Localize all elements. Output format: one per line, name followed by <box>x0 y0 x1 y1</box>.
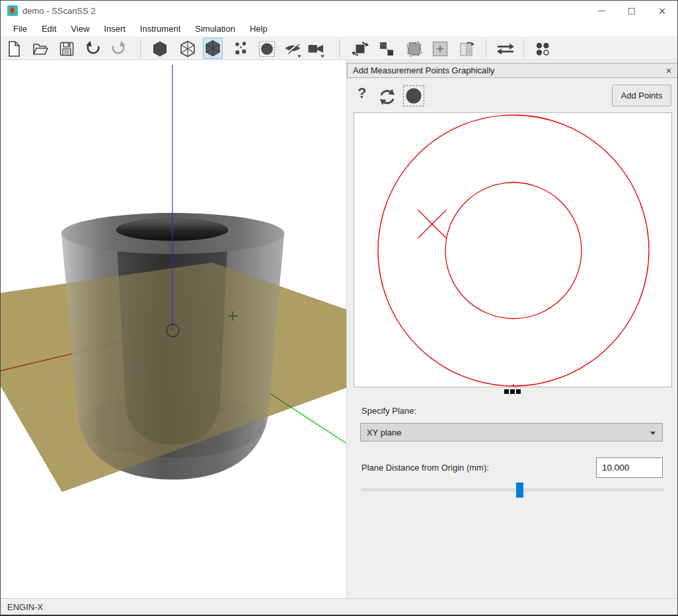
menu-view[interactable]: View <box>63 22 96 36</box>
status-bar: ENGIN-X <box>1 598 677 615</box>
splitter-handle[interactable] <box>347 389 678 395</box>
align-sample-icon[interactable] <box>404 40 424 58</box>
cross-section-view[interactable] <box>354 112 672 387</box>
menu-edit[interactable]: Edit <box>34 22 63 36</box>
plane-select[interactable]: XY plane <box>360 423 663 442</box>
menu-insert[interactable]: Insert <box>96 22 133 36</box>
pivot-sample-icon[interactable] <box>430 40 450 58</box>
plane-distance-input[interactable] <box>596 457 663 478</box>
toolbar-separator <box>486 39 486 58</box>
point-options-icon[interactable] <box>533 40 552 58</box>
menu-bar: File Edit View Insert Instrument Simulat… <box>1 21 677 36</box>
solid-render-icon[interactable] <box>150 40 170 58</box>
menu-instrument[interactable]: Instrument <box>133 22 188 36</box>
cross-section-canvas <box>354 113 671 387</box>
maximize-icon <box>628 8 635 15</box>
translate-sample-icon[interactable] <box>377 40 396 58</box>
maximize-button[interactable] <box>617 1 647 21</box>
measurement-points-icon[interactable] <box>257 40 277 58</box>
toggle-visibility-icon[interactable] <box>283 40 303 58</box>
outer-boundary-circle <box>378 115 649 386</box>
points-render-icon[interactable] <box>231 40 251 58</box>
wireframe-render-icon[interactable] <box>178 40 198 58</box>
toolbar-separator <box>140 39 141 58</box>
menu-simulation[interactable]: Simulation <box>188 22 243 36</box>
help-icon[interactable]: ? <box>358 85 366 102</box>
open-project-icon[interactable] <box>30 40 50 58</box>
rotate-sample-icon[interactable] <box>350 40 370 58</box>
undo-icon[interactable] <box>83 40 103 58</box>
toolbar-separator <box>523 39 524 58</box>
camera-view-icon[interactable] <box>306 40 326 58</box>
inner-boundary-circle <box>445 182 582 319</box>
menu-file[interactable]: File <box>6 22 34 36</box>
panel-title: Add Measurement Points Graphically <box>348 65 660 75</box>
instrument-status: ENGIN-X <box>1 602 43 612</box>
new-document-icon[interactable] <box>4 40 24 58</box>
3d-viewport[interactable] <box>1 60 346 598</box>
panel-tabs: Define Plane Selection Tools Grid Option… <box>347 579 678 596</box>
minimize-button[interactable] <box>586 1 617 21</box>
minimize-icon <box>598 11 605 11</box>
redo-icon[interactable] <box>108 40 128 58</box>
title-bar: demo - SScanSS 2 × <box>1 1 677 21</box>
app-window: demo - SScanSS 2 × File Edit View Insert… <box>0 0 678 616</box>
close-button[interactable]: × <box>647 1 677 21</box>
refresh-icon[interactable] <box>378 88 396 109</box>
plane-select-value: XY plane <box>367 428 402 438</box>
save-project-icon[interactable] <box>57 40 77 58</box>
slider-track[interactable] <box>361 488 663 491</box>
swap-axes-icon[interactable] <box>496 40 515 58</box>
point-selection-icon[interactable] <box>402 85 425 110</box>
shaded-render-icon[interactable] <box>203 38 223 59</box>
plane-distance-label: Plane Distance from Origin (mm): <box>361 463 489 473</box>
app-icon <box>7 5 18 16</box>
menu-help[interactable]: Help <box>243 22 275 36</box>
plane-distance-slider[interactable] <box>361 482 663 498</box>
specify-plane-label: Specify Plane: <box>361 406 416 416</box>
toolbar-separator <box>339 39 340 58</box>
panel-header: Add Measurement Points Graphically × <box>347 63 678 78</box>
measurement-panel: Add Measurement Points Graphically × ? A… <box>346 60 677 598</box>
y-axis-bright <box>291 408 346 443</box>
add-points-button[interactable]: Add Points <box>612 85 671 106</box>
plane-align-icon[interactable] <box>457 40 476 58</box>
window-title: demo - SScanSS 2 <box>22 6 96 16</box>
chevron-down-icon <box>650 432 656 435</box>
slider-handle[interactable] <box>516 482 523 498</box>
panel-close-icon[interactable]: × <box>660 65 677 76</box>
3d-scene <box>1 60 346 598</box>
